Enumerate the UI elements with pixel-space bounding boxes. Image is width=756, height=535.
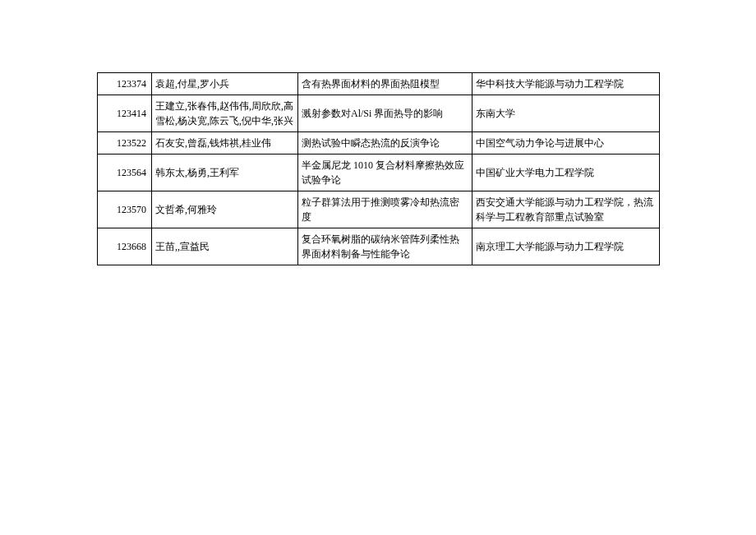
title-cell: 粒子群算法用于推测喷雾冷却热流密度 [298,191,472,228]
title-cell: 测热试验中瞬态热流的反演争论 [298,132,472,155]
title-cell: 复合环氧树脂的碳纳米管阵列柔性热界面材料制备与性能争论 [298,228,472,265]
affiliation-cell: 东南大学 [472,95,660,132]
paper-id: 123564 [98,155,152,191]
affiliation-cell: 中国矿业大学电力工程学院 [472,155,660,191]
table-row: 123668王苗,,宣益民复合环氧树脂的碳纳米管阵列柔性热界面材料制备与性能争论… [98,228,660,265]
table-row: 123374袁超,付星,罗小兵含有热界面材料的界面热阻模型华中科技大学能源与动力… [98,73,660,95]
paper-id: 123522 [98,132,152,155]
authors-cell: 王建立,张春伟,赵伟伟,周欣欣,高雪松,杨决宽,陈云飞,倪中华,张兴 [152,95,298,132]
title-cell: 含有热界面材料的界面热阻模型 [298,73,472,95]
paper-id: 123668 [98,228,152,265]
authors-cell: 文哲希,何雅玲 [152,191,298,228]
authors-cell: 袁超,付星,罗小兵 [152,73,298,95]
affiliation-cell: 西安交通大学能源与动力工程学院，热流科学与工程教育部重点试验室 [472,191,660,228]
title-cell: 溅射参数对Al/Si 界面热导的影响 [298,95,472,132]
authors-cell: 石友安,曾磊,钱炜祺,桂业伟 [152,132,298,155]
authors-cell: 王苗,,宣益民 [152,228,298,265]
paper-table: 123374袁超,付星,罗小兵含有热界面材料的界面热阻模型华中科技大学能源与动力… [97,72,660,265]
affiliation-cell: 南京理工大学能源与动力工程学院 [472,228,660,265]
affiliation-cell: 中国空气动力争论与进展中心 [472,132,660,155]
title-cell: 半金属尼龙 1010 复合材料摩擦热效应试验争论 [298,155,472,191]
table-row: 123564韩东太,杨勇,王利军半金属尼龙 1010 复合材料摩擦热效应试验争论… [98,155,660,191]
table-row: 123414王建立,张春伟,赵伟伟,周欣欣,高雪松,杨决宽,陈云飞,倪中华,张兴… [98,95,660,132]
table-row: 123570文哲希,何雅玲粒子群算法用于推测喷雾冷却热流密度西安交通大学能源与动… [98,191,660,228]
authors-cell: 韩东太,杨勇,王利军 [152,155,298,191]
table-row: 123522石友安,曾磊,钱炜祺,桂业伟测热试验中瞬态热流的反演争论中国空气动力… [98,132,660,155]
affiliation-cell: 华中科技大学能源与动力工程学院 [472,73,660,95]
paper-id: 123374 [98,73,152,95]
paper-id: 123414 [98,95,152,132]
paper-id: 123570 [98,191,152,228]
